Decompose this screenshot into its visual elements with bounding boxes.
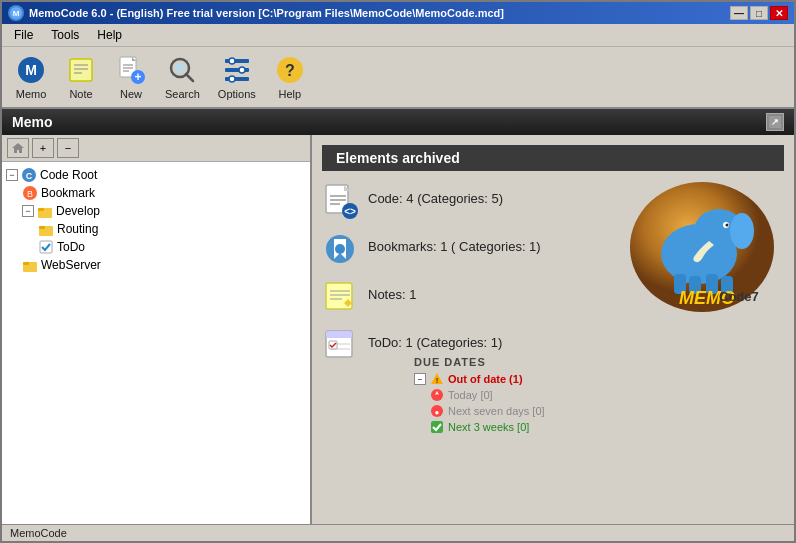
due-dates-section: DUE DATES − ! Out of date (1): [368, 356, 545, 435]
logo-svg: MEMO Code7: [624, 179, 779, 314]
menu-file[interactable]: File: [6, 26, 41, 44]
tree-item-todo[interactable]: ToDo: [6, 238, 306, 256]
minimize-button[interactable]: —: [730, 6, 748, 20]
options-icon: [221, 54, 253, 86]
svg-point-61: [431, 389, 443, 401]
tree-item-bookmark[interactable]: B Bookmark: [6, 184, 306, 202]
title-bar-left: M MemoCode 6.0 - (English) Free trial ve…: [8, 5, 504, 21]
close-button[interactable]: ✕: [770, 6, 788, 20]
expander-develop[interactable]: −: [22, 205, 34, 217]
memo-section-header: Memo ↗: [2, 109, 794, 135]
search-icon: [166, 54, 198, 86]
memo-label: Memo: [16, 88, 47, 100]
svg-rect-65: [431, 421, 443, 433]
due-out-of-date-expander[interactable]: −: [414, 373, 426, 385]
sidebar-add-button[interactable]: +: [32, 138, 54, 158]
svg-point-23: [229, 76, 235, 82]
sidebar-toolbar: + −: [2, 135, 310, 162]
sidebar-home-button[interactable]: [7, 138, 29, 158]
new-icon: +: [115, 54, 147, 86]
window-controls: — □ ✕: [730, 6, 788, 20]
tree-item-code-root[interactable]: − C Code Root: [6, 166, 306, 184]
due-dates-title: DUE DATES: [414, 356, 545, 368]
bookmarks-elem-icon: [322, 231, 358, 267]
toolbar-options-button[interactable]: Options: [211, 51, 263, 103]
tree-item-webserver[interactable]: WebServer: [6, 256, 306, 274]
tree-item-develop[interactable]: − Develop: [6, 202, 306, 220]
todo-row: ToDo: 1 (Categories: 1) DUE DATES − ! Ou…: [322, 323, 784, 439]
today-icon: [430, 388, 444, 402]
svg-point-21: [229, 58, 235, 64]
svg-point-22: [239, 67, 245, 73]
toolbar: M Memo Note: [2, 47, 794, 109]
logo-area: MEMO Code7: [624, 179, 784, 309]
svg-rect-37: [40, 241, 52, 253]
bookmarks-elem-text: Bookmarks: 1 ( Categories: 1): [368, 231, 541, 254]
due-out-of-date-label: Out of date (1): [448, 373, 523, 385]
menubar: File Tools Help: [2, 24, 794, 47]
warning-icon: !: [430, 372, 444, 386]
routing-label: Routing: [57, 222, 98, 236]
svg-text:C: C: [26, 171, 33, 181]
todo-tree-icon: [38, 239, 54, 255]
elements-body: <> Code: 4 (Categories: 5): [312, 179, 794, 524]
svg-point-17: [175, 63, 185, 73]
next-three-icon: [430, 420, 444, 434]
todo-details: ToDo: 1 (Categories: 1) DUE DATES − ! Ou…: [368, 327, 545, 435]
due-next-seven-label: Next seven days [0]: [448, 405, 545, 417]
todo-elem-text: ToDo: 1 (Categories: 1): [368, 327, 545, 350]
memo-icon: M: [15, 54, 47, 86]
title-bar: M MemoCode 6.0 - (English) Free trial ve…: [2, 2, 794, 24]
svg-text:+: +: [134, 70, 141, 84]
memo-section-title: Memo: [12, 114, 52, 130]
folder-webserver-icon: [22, 257, 38, 273]
svg-marker-28: [12, 143, 24, 153]
toolbar-memo-button[interactable]: M Memo: [8, 51, 54, 103]
svg-text:↗: ↗: [771, 117, 779, 127]
due-next-seven-row: ● Next seven days [0]: [414, 403, 545, 419]
menu-help[interactable]: Help: [89, 26, 130, 44]
svg-text:M: M: [25, 62, 37, 78]
toolbar-note-button[interactable]: Note: [58, 51, 104, 103]
help-icon: ?: [274, 54, 306, 86]
due-today-row: Today [0]: [414, 387, 545, 403]
svg-rect-39: [23, 262, 29, 265]
tree: − C Code Root B Bookmark − Develop: [2, 162, 310, 524]
new-label: New: [120, 88, 142, 100]
toolbar-new-button[interactable]: + New: [108, 51, 154, 103]
note-icon: [65, 54, 97, 86]
sidebar-remove-button[interactable]: −: [57, 138, 79, 158]
search-label: Search: [165, 88, 200, 100]
develop-label: Develop: [56, 204, 100, 218]
svg-text:<>: <>: [344, 206, 356, 217]
tree-item-routing[interactable]: Routing: [6, 220, 306, 238]
folder-routing-icon: [38, 221, 54, 237]
svg-text:●: ●: [435, 408, 440, 417]
expander-code-root[interactable]: −: [6, 169, 18, 181]
menu-tools[interactable]: Tools: [43, 26, 87, 44]
due-today-label: Today [0]: [448, 389, 493, 401]
due-out-of-date-row: − ! Out of date (1): [414, 371, 545, 387]
toolbar-help-button[interactable]: ? Help: [267, 51, 313, 103]
code-elem-text: Code: 4 (Categories: 5): [368, 183, 503, 206]
code-elem-icon: <>: [322, 183, 358, 219]
todo-label: ToDo: [57, 240, 85, 254]
svg-text:B: B: [27, 189, 33, 199]
elements-header: Elements archived: [322, 145, 784, 171]
note-label: Note: [69, 88, 92, 100]
sidebar: + − − C Code Root B Bookmark −: [2, 135, 312, 524]
svg-text:!: !: [436, 376, 439, 385]
svg-rect-34: [38, 208, 44, 211]
due-next-three-label: Next 3 weeks [0]: [448, 421, 529, 433]
main-area: + − − C Code Root B Bookmark −: [2, 135, 794, 524]
maximize-button[interactable]: □: [750, 6, 768, 20]
bookmark-tree-icon: B: [22, 185, 38, 201]
svg-rect-36: [39, 226, 45, 229]
svg-point-48: [335, 244, 345, 254]
main-window: M MemoCode 6.0 - (English) Free trial ve…: [0, 0, 796, 543]
code-root-icon: C: [21, 167, 37, 183]
next-seven-icon: ●: [430, 404, 444, 418]
svg-point-69: [730, 213, 754, 249]
toolbar-search-button[interactable]: Search: [158, 51, 207, 103]
due-next-three-row: Next 3 weeks [0]: [414, 419, 545, 435]
